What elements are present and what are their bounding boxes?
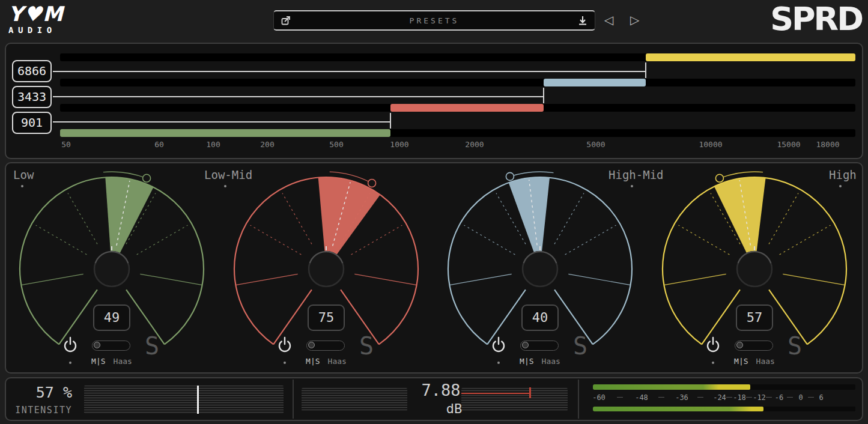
low-mid-ms-label[interactable]: M|S <box>306 357 320 366</box>
high-mid-ms-haas-toggle[interactable] <box>520 341 559 351</box>
meter-scale--6: -6 <box>767 393 791 402</box>
axis-label-100: 100 <box>195 140 231 149</box>
crossover-handle-3[interactable] <box>390 113 391 129</box>
low-power-button[interactable] <box>62 336 78 353</box>
footer-divider-1 <box>293 380 294 419</box>
output-meter-right <box>593 407 855 411</box>
high-mid-solo-button[interactable]: S <box>573 333 587 359</box>
db-indicator-line <box>461 393 531 394</box>
low-mid-power-dot <box>284 362 286 364</box>
crossover-line-2 <box>53 96 544 97</box>
crossover-freq-3[interactable]: 901 <box>12 112 52 134</box>
high-mid-power-dot <box>497 362 500 364</box>
meter-scale-tick <box>746 397 752 398</box>
high-mid-power-button[interactable] <box>491 336 506 353</box>
db-indicator-handle[interactable] <box>529 387 531 398</box>
high-mid-haas-label[interactable]: Haas <box>542 357 560 366</box>
low-mid-band-segment[interactable] <box>390 104 544 112</box>
low-mid-width-value[interactable]: 75 <box>308 304 345 331</box>
high-ms-haas-toggle[interactable] <box>735 341 773 351</box>
low-power-dot <box>69 362 71 364</box>
low-mid-power-button[interactable] <box>277 336 293 353</box>
meter-scale-tick <box>787 397 793 398</box>
db-slider-left[interactable] <box>302 388 407 411</box>
axis-label-500: 500 <box>318 140 354 149</box>
low-solo-button[interactable]: S <box>145 333 159 359</box>
meter-scale-tick <box>658 397 664 398</box>
low-mid-haas-label[interactable]: Haas <box>328 357 347 366</box>
intensity-slider-handle[interactable] <box>197 386 199 414</box>
sprd-logo: SPRD <box>770 1 862 37</box>
crossover-handle-1[interactable] <box>645 62 646 78</box>
power-icon <box>491 336 506 353</box>
meter-scale-tick <box>726 397 732 398</box>
meter-scale--60: -60 <box>587 393 611 402</box>
meter-scale-tick <box>808 397 814 398</box>
low-ms-haas-toggle[interactable] <box>92 341 130 351</box>
meter-scale-tick <box>766 397 772 398</box>
toggle-knob[interactable] <box>94 342 100 348</box>
high-ms-label[interactable]: M|S <box>734 357 748 366</box>
axis-label-5000: 5000 <box>578 140 614 149</box>
low-ms-label[interactable]: M|S <box>91 357 105 366</box>
axis-label-50: 50 <box>48 140 84 149</box>
low-haas-label[interactable]: Haas <box>114 357 132 366</box>
power-icon <box>705 336 721 353</box>
meter-scale-6: 6 <box>809 393 833 402</box>
high-power-dot <box>712 362 714 364</box>
axis-label-18000: 18000 <box>810 140 846 149</box>
high-band-segment[interactable] <box>646 53 855 61</box>
axis-label-200: 200 <box>249 140 285 149</box>
crossover-line-1 <box>53 71 646 72</box>
low-band-bar[interactable] <box>60 129 855 137</box>
crossover-freq-2[interactable]: 3433 <box>12 86 52 108</box>
meter-scale-tick <box>617 397 623 398</box>
db-unit-label: dB <box>412 401 496 416</box>
meter-scale--36: -36 <box>670 393 694 402</box>
meter-fill-right <box>593 407 763 411</box>
meter-scale-tick <box>697 397 703 398</box>
intensity-value: 57 % <box>12 384 72 401</box>
axis-label-10000: 10000 <box>693 140 729 149</box>
intensity-label: INTENSITY <box>12 405 72 416</box>
db-value: 7.88 <box>399 381 483 399</box>
spectrum-panel: 6866 3433 901 50 60 100 200 500 1000 200… <box>5 43 863 159</box>
high-mid-width-value[interactable]: 40 <box>521 304 559 331</box>
high-mid-ms-label[interactable]: M|S <box>520 357 533 366</box>
logo-audio: AUDIO <box>8 25 64 35</box>
power-icon <box>62 336 78 353</box>
high-power-button[interactable] <box>705 336 721 353</box>
high-mid-band-bar[interactable] <box>60 79 855 86</box>
low-width-value[interactable]: 49 <box>93 304 130 331</box>
high-width-value[interactable]: 57 <box>736 304 773 331</box>
crossover-line-3 <box>53 121 390 123</box>
toggle-knob[interactable] <box>522 342 529 348</box>
yum-audio-logo: Y♥M AUDIO <box>8 4 64 35</box>
high-solo-button[interactable]: S <box>788 333 802 359</box>
prev-preset-button[interactable]: ◁ <box>604 13 613 26</box>
high-mid-band-segment[interactable] <box>544 79 646 86</box>
low-mid-solo-button[interactable]: S <box>359 333 374 359</box>
axis-label-60: 60 <box>141 140 177 149</box>
high-haas-label[interactable]: Haas <box>756 357 775 366</box>
intensity-slider[interactable] <box>84 386 284 414</box>
meter-fill-left <box>593 384 750 390</box>
bands-panel: Low 49 M|S Haas S Low-Mid 75 <box>5 162 863 374</box>
low-band-segment[interactable] <box>60 129 390 137</box>
presets-label[interactable]: PRESETS <box>274 16 595 25</box>
toggle-knob[interactable] <box>736 342 743 348</box>
crossover-freq-1[interactable]: 6866 <box>12 60 52 82</box>
power-icon <box>277 336 293 353</box>
meter-scale--48: -48 <box>630 393 654 402</box>
output-meter-left <box>593 384 855 390</box>
low-mid-ms-haas-toggle[interactable] <box>306 341 345 351</box>
sprd-plugin-window: Y♥M AUDIO PRESETS ◁ ▷ SPRD <box>0 0 868 424</box>
footer-divider-2 <box>578 380 579 419</box>
presets-bar[interactable]: PRESETS <box>273 10 595 31</box>
next-preset-button[interactable]: ▷ <box>630 13 639 26</box>
crossover-handle-2[interactable] <box>543 88 544 103</box>
toggle-knob[interactable] <box>308 342 315 348</box>
low-mid-band-bar[interactable] <box>60 104 855 112</box>
axis-label-2000: 2000 <box>457 140 493 149</box>
high-band-bar[interactable] <box>60 53 855 61</box>
